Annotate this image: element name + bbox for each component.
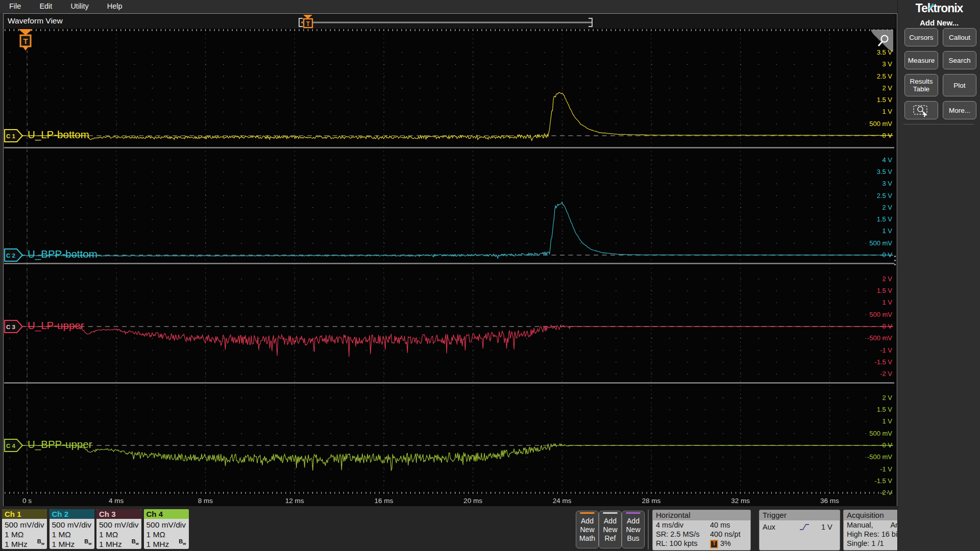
zoom-region-icon [912,103,930,117]
channel-badge-header-ch1: Ch 1 [2,509,47,519]
y-tick-label-ch4: 0 V [817,441,892,449]
channel-scale: 500 mV/div [5,520,47,530]
y-tick-label-ch2: 3.5 V [817,168,892,176]
y-tick-label-ch3: -1 V [817,346,892,354]
y-tick-label-ch3: 500 mV [817,311,892,318]
trigger-badge[interactable]: Trigger Aux 1 V [759,510,840,550]
acquisition-value: High Res: 16 bits [847,530,903,539]
y-tick-label-ch2: 0 V [817,251,892,259]
y-tick-label-ch1: 3.5 V [817,48,892,56]
y-tick-label-ch1: 3 V [817,60,892,68]
bottom-bar: Ch 1500 mV/div1 MΩ1 MHzBwCh 2500 mV/div1… [0,506,980,551]
callout-button[interactable]: Callout [943,28,976,46]
svg-text:C 1: C 1 [6,133,16,139]
y-tick-label-ch4: -500 mV [817,453,892,461]
add-new-button-grid: CursorsCalloutMeasureSearchResults Table… [904,28,976,119]
y-tick-label-ch3: 2 V [817,275,892,283]
y-tick-label-ch1: 2.5 V [817,72,892,80]
graticule[interactable] [4,29,896,495]
separator [648,510,649,549]
y-tick-label-ch3: 1.5 V [817,287,892,294]
zoom-region-icon-button[interactable] [904,101,938,119]
splitter-handle[interactable] [894,260,896,261]
channel-zero-marker-ch1[interactable]: C 1 [4,129,23,142]
channel-badge-ch2[interactable]: Ch 2500 mV/div1 MΩ1 MHzBw [50,509,94,549]
horizontal-value: 40 ms [710,520,730,530]
horizontal-row: SR: 2.5 MS/s400 ns/pt [653,530,750,539]
add-new-ref-button[interactable]: Add New Ref [599,511,622,548]
trace-label-ch2: U_BPP-bottom [28,248,97,260]
channel-badge-header-ch3: Ch 3 [96,509,141,519]
menu-item-file[interactable]: File [9,2,21,10]
y-tick-label-ch1: 0 V [817,132,892,139]
menu-item-edit[interactable]: Edit [39,2,52,10]
button-stripe [580,512,595,514]
cursors-button[interactable]: Cursors [904,28,938,46]
button-label: Add New Bus [626,517,640,543]
svg-text:C 3: C 3 [6,324,15,330]
y-tick-label-ch1: 500 mV [817,120,892,128]
x-tick-label: 36 ms [820,497,839,505]
svg-text:C 4: C 4 [6,443,16,449]
bandwidth-limit-icon: Bw [84,537,91,548]
horizontal-value: SR: 2.5 MS/s [656,530,710,539]
channel-badge-header-ch4: Ch 4 [144,509,189,519]
trigger-position-icon: T [710,540,718,548]
add-new-bus-button[interactable]: Add New Bus [622,511,645,548]
waveform-view-title: Waveform View [8,16,63,26]
horizontal-value: 3% [720,539,731,548]
y-tick-label-ch3: -500 mV [817,334,892,342]
y-tick-label-ch1: 1 V [817,108,892,115]
channel-badge-body-ch2: 500 mV/div1 MΩ1 MHzBw [50,519,94,549]
x-tick-label: 16 ms [374,497,393,505]
channel-zero-marker-ch4[interactable]: C 4 [4,439,23,452]
measure-button[interactable]: Measure [904,51,938,69]
add-new-math-button[interactable]: Add New Math [576,511,599,548]
acquisition-value: Single: 1 /1 [847,539,884,548]
acquisition-value: Manual, [847,520,873,530]
results-table-button[interactable]: Results Table [904,74,938,96]
add-new-heading: Add New... [898,18,980,27]
channel-badge-ch3[interactable]: Ch 3500 mV/div1 MΩ1 MHzBw [96,509,141,549]
channel-badge-ch1[interactable]: Ch 1500 mV/div1 MΩ1 MHzBw [2,509,47,549]
channel-zero-marker-ch2[interactable]: C 2 [4,248,23,262]
svg-text:C 2: C 2 [6,253,15,259]
channel-badge-body-ch4: 500 mV/div1 MΩ1 MHzBw [144,519,189,549]
search-button[interactable]: Search [943,51,976,69]
horizontal-row: RL: 100 kptsT3% [653,539,750,548]
button-label: Add New Math [579,517,595,543]
channel-badge-ch4[interactable]: Ch 4500 mV/div1 MΩ1 MHzBw [144,509,189,549]
trace-label-ch1: U_LP-bottom [28,129,89,141]
bandwidth-limit-icon: Bw [179,537,186,548]
y-tick-label-ch4: 1 V [817,417,892,425]
right-panel: Tektronix Add New... CursorsCalloutMeasu… [897,0,980,551]
y-tick-label-ch2: 2 V [817,204,892,211]
channel-scale: 500 mV/div [52,520,94,530]
trace-label-ch4: U_BPP-upper [28,438,92,450]
trigger-level: 1 V [821,522,832,532]
rising-edge-icon [799,523,810,531]
channel-scale: 500 mV/div [146,520,189,530]
y-tick-label-ch2: 4 V [817,156,892,164]
y-tick-label-ch2: 1.5 V [817,215,892,223]
splitter-handle[interactable] [894,256,896,257]
menu-bar: FileEditUtilityHelp [0,0,897,13]
y-tick-label-ch4: 500 mV [817,430,892,437]
more--button[interactable]: More... [943,101,976,119]
x-tick-label: 12 ms [285,497,304,505]
x-tick-label: 28 ms [642,497,661,505]
y-tick-label-ch1: 1.5 V [817,96,892,104]
menu-item-help[interactable]: Help [107,2,122,10]
menu-item-utility[interactable]: Utility [70,2,88,10]
y-tick-label-ch3: -2 V [817,370,892,378]
splitter-handle[interactable] [894,264,896,265]
channel-scale: 500 mV/div [99,520,141,530]
horizontal-title: Horizontal [653,510,750,520]
y-tick-label-ch3: 0 V [817,322,892,330]
bandwidth-limit-icon: Bw [37,537,44,548]
y-tick-label-ch4: -1 V [817,465,892,473]
horizontal-row: 4 ms/div40 ms [653,520,750,530]
horizontal-badge[interactable]: Horizontal 4 ms/div40 msSR: 2.5 MS/s400 … [652,510,751,550]
plot-button[interactable]: Plot [943,74,976,96]
channel-zero-marker-ch3[interactable]: C 3 [4,320,23,333]
